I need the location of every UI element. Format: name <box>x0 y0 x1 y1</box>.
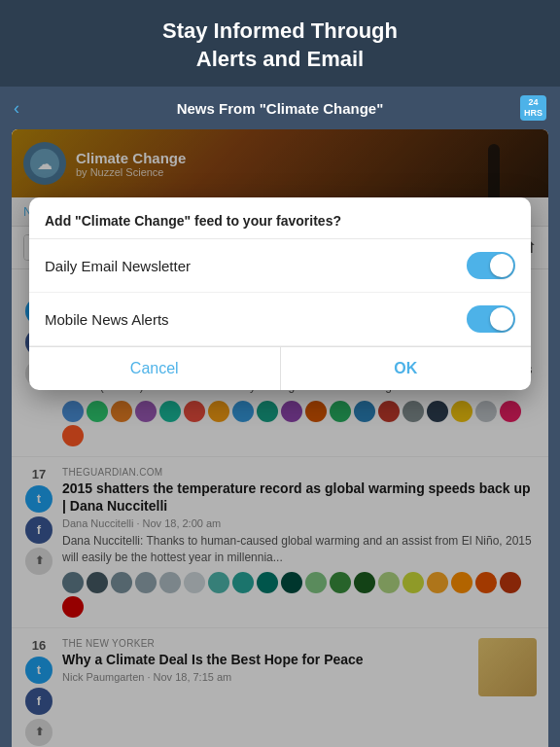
promo-header: Stay Informed Through Alerts and Email <box>0 0 560 87</box>
toggle-knob <box>490 254 513 277</box>
mobile-alerts-row: Mobile News Alerts <box>29 293 531 346</box>
email-newsletter-row: Daily Email Newsletter <box>29 239 531 293</box>
nav-bar: ‹ News From "Climate Change" 24 HRS <box>0 87 560 129</box>
email-newsletter-toggle[interactable] <box>467 252 515 279</box>
nav-badge: 24 HRS <box>520 95 546 121</box>
dialog-title: Add "Climate Change" feed to your favori… <box>29 197 531 239</box>
cancel-button[interactable]: Cancel <box>29 347 281 390</box>
nav-title: News From "Climate Change" <box>177 100 384 117</box>
back-button[interactable]: ‹ <box>14 98 19 119</box>
mobile-alerts-label: Mobile News Alerts <box>45 311 169 328</box>
mobile-alerts-toggle[interactable] <box>467 305 515 333</box>
email-newsletter-label: Daily Email Newsletter <box>45 258 191 274</box>
add-favorites-dialog: Add "Climate Change" feed to your favori… <box>29 197 531 390</box>
dialog-buttons: Cancel OK <box>29 346 531 390</box>
content-card: ☁ Climate Change by Nuzzel Science Nuzze… <box>12 129 548 747</box>
ok-button[interactable]: OK <box>281 347 532 390</box>
promo-title: Stay Informed Through Alerts and Email <box>162 18 398 71</box>
toggle-knob-2 <box>490 307 513 331</box>
